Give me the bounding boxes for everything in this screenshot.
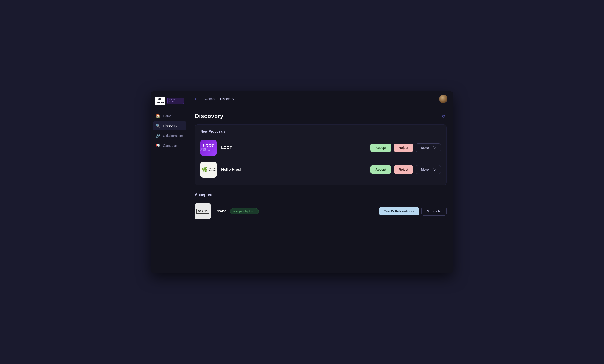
app-window: BTB verse PRIVATE BETA 🏠 Home 🔍 Discover… — [151, 91, 453, 273]
brand-actions: See Collaboration › More Info — [379, 207, 447, 216]
brand-logo: BRAND — [195, 203, 211, 219]
brand-name: Brand — [215, 209, 227, 214]
sidebar-item-campaigns[interactable]: 📢 Campaigns — [153, 141, 186, 150]
breadcrumb: Webapp / Discovery — [204, 97, 234, 101]
page-content: Discovery ↻ New Proposals LOOT GAME BOOS… — [188, 107, 453, 273]
leaf-icon: 🌿 — [201, 167, 208, 172]
see-collaboration-button[interactable]: See Collaboration › — [379, 207, 419, 215]
topbar: ‹ › Webapp / Discovery — [188, 91, 453, 107]
main-content: ‹ › Webapp / Discovery Discovery ↻ — [188, 91, 453, 273]
hellofresh-actions: Accept Reject More Info — [370, 165, 441, 174]
loot-text: LOOT — [203, 144, 214, 148]
forward-arrow[interactable]: › — [198, 96, 202, 102]
hellofresh-wordmark: HELLO FRESH — [209, 167, 216, 172]
sidebar-item-label: Discovery — [163, 124, 177, 128]
brand-more-info-button[interactable]: More Info — [421, 207, 447, 216]
sidebar-item-collaborations[interactable]: 🔗 Collaborations — [153, 131, 186, 140]
refresh-icon[interactable]: ↻ — [441, 112, 447, 120]
loot-reject-button[interactable]: Reject — [394, 144, 413, 152]
back-arrow[interactable]: ‹ — [194, 96, 197, 102]
proposals-card: New Proposals LOOT GAME BOOSTER LOOT Acc… — [195, 124, 447, 185]
sidebar-item-label: Campaigns — [163, 144, 179, 147]
loot-name: LOOT — [221, 146, 370, 150]
loot-accept-button[interactable]: Accept — [370, 144, 391, 152]
loot-more-info-button[interactable]: More Info — [416, 143, 441, 152]
megaphone-icon: 📢 — [156, 143, 160, 148]
page-title-row: Discovery ↻ — [195, 112, 447, 120]
nav-arrows: ‹ › — [194, 96, 202, 102]
sidebar-item-label: Home — [163, 114, 172, 118]
avatar[interactable] — [439, 95, 447, 103]
sidebar-item-home[interactable]: 🏠 Home — [153, 111, 186, 120]
loot-logo: LOOT GAME BOOSTER — [201, 140, 217, 156]
see-collab-label: See Collaboration — [384, 209, 412, 213]
breadcrumb-current: Discovery — [220, 97, 234, 101]
hellofresh-logo: 🌿 HELLO FRESH — [201, 161, 217, 178]
private-beta-badge: PRIVATE BETA — [167, 98, 184, 104]
logo: BTB verse — [155, 97, 165, 105]
breadcrumb-separator: / — [218, 97, 219, 101]
hellofresh-accept-button[interactable]: Accept — [370, 165, 391, 174]
accepted-by-brand-badge: Accepted by brand — [230, 208, 259, 214]
hellofresh-name: Hello Fresh — [221, 167, 370, 172]
proposal-loot: LOOT GAME BOOSTER LOOT Accept Reject Mor… — [201, 137, 441, 159]
proposal-hellofresh: 🌿 HELLO FRESH Hello Fresh Accept Reject — [201, 159, 441, 180]
brand-logo-text: BRAND — [196, 209, 209, 214]
accepted-section-title: Accepted — [195, 193, 447, 197]
nav-items: 🏠 Home 🔍 Discovery 🔗 Collaborations 📢 Ca… — [151, 111, 188, 150]
topbar-right — [439, 95, 447, 103]
chevron-right-icon: › — [413, 209, 414, 213]
hellofresh-logo-inner: 🌿 HELLO FRESH — [201, 161, 217, 178]
breadcrumb-webapp[interactable]: Webapp — [204, 97, 216, 101]
loot-logo-inner: LOOT GAME BOOSTER — [201, 140, 217, 156]
search-icon: 🔍 — [156, 123, 160, 128]
hellofresh-more-info-button[interactable]: More Info — [416, 165, 441, 174]
loot-subtitle: GAME BOOSTER — [201, 148, 217, 151]
home-icon: 🏠 — [156, 114, 160, 118]
proposals-section-title: New Proposals — [201, 129, 441, 133]
sidebar-item-discovery[interactable]: 🔍 Discovery — [153, 121, 186, 130]
accepted-brand: BRAND Brand Accepted by brand See Collab… — [195, 200, 447, 222]
loot-actions: Accept Reject More Info — [370, 143, 441, 152]
logo-area: BTB verse PRIVATE BETA — [151, 97, 188, 112]
hellofresh-reject-button[interactable]: Reject — [394, 165, 413, 174]
accepted-section: Accepted BRAND Brand Accepted by brand S… — [195, 193, 447, 222]
sidebar: BTB verse PRIVATE BETA 🏠 Home 🔍 Discover… — [151, 91, 188, 273]
sidebar-item-label: Collaborations — [163, 134, 184, 138]
link-icon: 🔗 — [156, 133, 160, 138]
page-title: Discovery — [195, 112, 223, 120]
avatar-image — [439, 95, 447, 103]
